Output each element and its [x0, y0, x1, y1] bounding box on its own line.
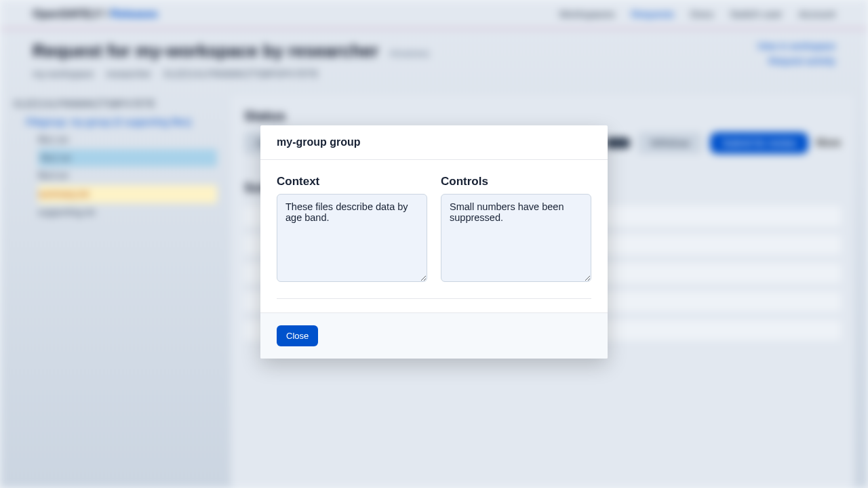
- close-button[interactable]: Close: [277, 325, 318, 346]
- modal-title: my-group group: [260, 125, 608, 160]
- modal-overlay: my-group group Context Controls Close: [0, 0, 868, 488]
- controls-textarea[interactable]: [441, 194, 591, 282]
- group-modal: my-group group Context Controls Close: [260, 125, 608, 359]
- controls-label: Controls: [441, 175, 591, 188]
- context-textarea[interactable]: [277, 194, 427, 282]
- modal-separator: [277, 298, 591, 299]
- context-label: Context: [277, 175, 427, 188]
